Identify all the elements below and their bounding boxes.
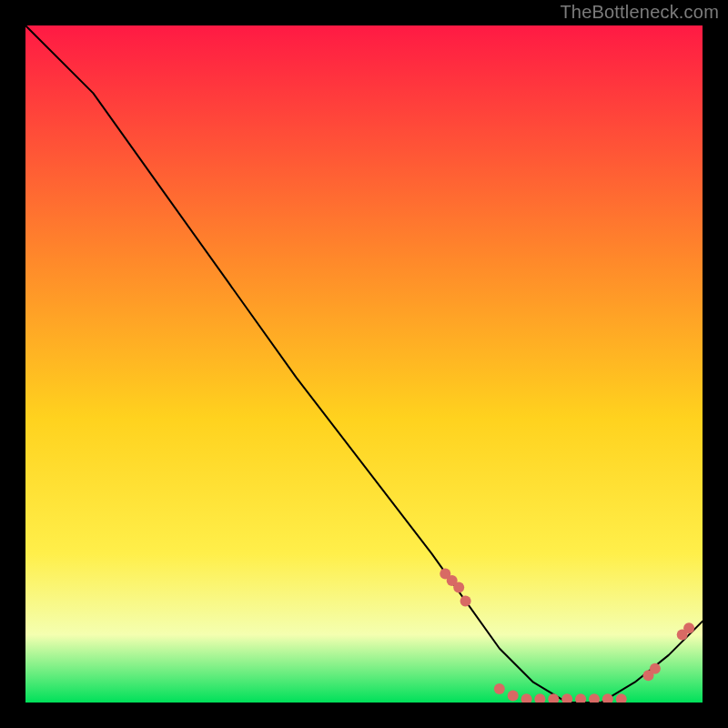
chart-svg <box>25 25 703 703</box>
gradient-background <box>25 25 703 703</box>
curve-marker <box>460 595 471 606</box>
curve-marker <box>683 622 694 633</box>
chart-frame: TheBottleneck.com <box>0 0 728 728</box>
curve-marker <box>650 663 661 674</box>
watermark-text: TheBottleneck.com <box>560 2 719 23</box>
curve-marker <box>453 582 464 593</box>
chart-plot-area <box>25 25 703 703</box>
curve-marker <box>494 683 505 694</box>
curve-marker <box>508 691 519 702</box>
